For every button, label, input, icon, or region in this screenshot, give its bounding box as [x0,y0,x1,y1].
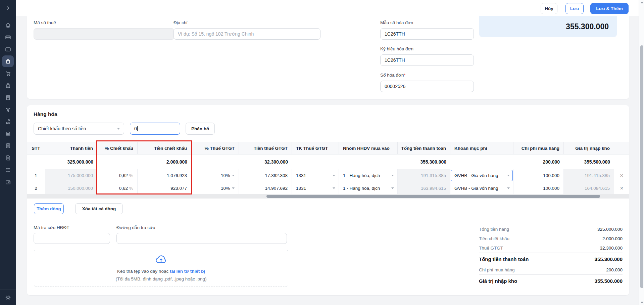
cell-tien_chiet_khau[interactable]: 923.077 [138,182,191,194]
cell-chi_phi[interactable]: 100.000 [513,182,564,194]
page-vertical-scrollbar [639,0,644,305]
cell-khoan_muc_phi[interactable]: GVHB - Giá vốn hàng [450,169,513,182]
cell-pct_chiet_khau[interactable]: 0,62% [97,182,138,194]
lookup-url-field[interactable] [116,233,287,244]
sidebar-item-bank[interactable] [0,128,16,139]
cell-nhom_hhdv[interactable]: 1 - Hàng hóa, dịch [339,169,398,182]
dropzone-hint: (Tối đa 5MB, định dạng .pdf, .jpeg hoặc … [34,276,288,281]
invoice-series-field[interactable]: 1C26TTH [380,54,474,66]
sidebar-item-list[interactable] [0,165,16,175]
sidebar-item-wallet[interactable] [0,177,16,187]
scroll-down-arrow[interactable] [641,302,643,303]
address-field[interactable]: Ví dụ: Số 15, ngõ 102 Trường Chinh [174,28,320,40]
dropzone-text: Kéo thả tệp vào đây hoặc tải lên từ thiế… [34,269,288,274]
cell-value: 14.907.692 [265,186,288,191]
column-header-tong_thanh_toan: Tổng tiền thanh toán [398,142,450,154]
sidebar-item-cash[interactable] [0,32,16,43]
address-placeholder: Ví dụ: Số 15, ngõ 102 Trường Chinh [178,31,254,37]
wallet-icon [5,179,11,185]
scroll-up-arrow[interactable] [641,2,643,3]
summary-tien_chiet_khau: 2.000.000 [138,155,191,169]
sidebar-item-backpack[interactable] [0,80,16,91]
summary-tien_thue: 32.300.000 [239,155,292,169]
sidebar-item-credit-card[interactable] [0,44,16,55]
cell-value: 100.000 [543,186,559,191]
percent-unit: % [129,186,133,191]
delete-all-rows-button[interactable]: Xóa tất cả dòng [75,203,123,214]
cell-tien_thue[interactable]: 14.907.692 [239,182,292,194]
lookup-code-label: Mã tra cứu HĐĐT [34,225,69,230]
tax-code-label: Mã số thuế [34,20,56,25]
column-header-stt: STT [27,142,45,154]
cancel-button[interactable]: Hủy [541,3,557,14]
summary-actions [614,155,629,169]
cell-value: 191.415.385 [585,173,610,178]
discount-amount-value: 0 [134,126,137,131]
sidebar-item-invoice[interactable] [0,140,16,151]
cell-value: 1.076.923 [167,173,187,178]
column-header-pct_thue: % Thuế GTGT [191,142,239,154]
delete-row-icon[interactable]: × [620,173,624,178]
total-row: Thuế GTGT32.300.000 [479,243,623,253]
sidebar-item-settings[interactable] [0,292,16,303]
column-header-nhom_hhdv: Nhóm HHDV mua vào [339,142,398,154]
chevron-down-icon [391,187,394,189]
cell-pct_chiet_khau[interactable]: 0,62% [97,169,138,182]
cell-value: 191.315.385 [421,173,446,178]
sidebar-item-building[interactable] [0,92,16,103]
cell-gia_tri_nhap_kho: 191.415.385 [564,169,614,182]
lookup-code-field[interactable] [34,233,110,244]
file-dropzone[interactable]: Kéo thả tệp vào đây hoặc tải lên từ thiế… [34,250,288,287]
sidebar-toggle-button[interactable] [0,0,16,16]
cell-tien_thue[interactable]: 17.392.308 [239,169,292,182]
delete-row-icon[interactable]: × [620,185,624,191]
cell-tk_thue[interactable]: 1331 [292,182,339,194]
upload-from-device-link[interactable]: tải lên từ thiết bị [170,269,205,274]
goods-table: STTThành tiền% Chiết khấuTiền chiết khấu… [27,142,629,195]
sidebar-item-home[interactable] [0,20,16,31]
sidebar-item-cart[interactable] [0,68,16,79]
text-cursor [137,126,138,131]
cell-tk_thue[interactable]: 1331 [292,169,339,182]
allocate-button[interactable]: Phân bổ [186,123,215,135]
summary-khoan_muc_phi [450,155,513,169]
cell-nhom_hhdv[interactable]: 1 - Hàng hóa, dịch [339,182,398,194]
discount-type-select[interactable]: Chiết khấu theo số tiền [34,123,124,135]
invoice-number-field[interactable]: 00002526 [380,81,474,92]
add-row-button[interactable]: Thêm dòng [34,203,64,214]
invoice-template-field[interactable]: 1C26TTH [380,28,474,40]
backpack-icon [5,82,11,89]
cell-pct_thue[interactable]: 10% [191,182,239,194]
chevron-down-icon [232,175,235,176]
list-icon [5,167,11,173]
total-row: Tổng tiền hàng325.000.000 [479,224,623,234]
cell-delete-row[interactable]: × [614,169,629,182]
total-label: Chi phí mua hàng [479,267,515,272]
cell-delete-row[interactable]: × [614,182,629,194]
total-row: Tiền chiết khấu2.000.000 [479,234,623,243]
table-row: 1175.000.0000,62%1.076.92310%17.392.3081… [27,169,629,182]
column-header-actions [614,142,629,154]
summary-nhom_hhdv [339,155,398,169]
summary-thanh_tien: 325.000.000 [45,155,97,169]
discount-amount-input[interactable]: 0 [130,123,180,135]
total-label: Tổng tiền hàng [479,227,509,232]
save-and-add-button[interactable]: Lưu & Thêm [590,3,629,14]
cell-tien_chiet_khau[interactable]: 1.076.923 [138,169,191,182]
sidebar-item-hand-coin[interactable] [0,116,16,127]
cell-chi_phi[interactable]: 100.000 [513,169,564,182]
cell-value: 1 [35,173,37,178]
table-row: 2150.000.0000,62%923.07710%14.907.692133… [27,182,629,195]
cell-pct_thue[interactable]: 10% [191,169,239,182]
sidebar-divider [0,290,16,290]
table-horizontal-scrollbar-thumb[interactable] [266,195,600,198]
page-vertical-scrollbar-thumb[interactable] [640,45,643,288]
save-button[interactable]: Lưu [565,3,584,14]
sidebar-item-shopping-bag[interactable] [2,55,14,67]
cloud-upload-icon [155,254,167,264]
chevron-down-icon [507,187,510,189]
sidebar-item-funnel[interactable] [0,104,16,115]
chevron-down-icon [232,187,235,189]
sidebar-item-document[interactable] [0,152,16,163]
cell-khoan_muc_phi[interactable]: GVHB - Giá vốn hàng [450,182,513,194]
